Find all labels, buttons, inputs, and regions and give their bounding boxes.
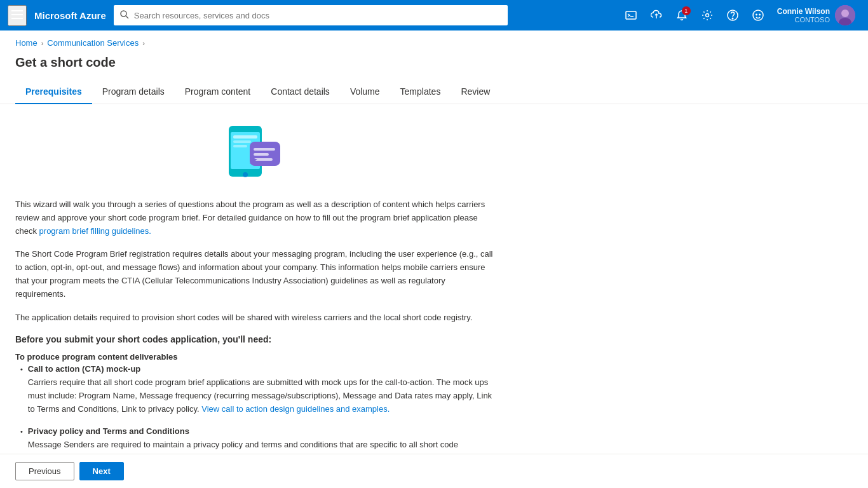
breadcrumb: Home › Communication Services › bbox=[0, 30, 868, 53]
tab-program-content[interactable]: Program content bbox=[175, 80, 261, 104]
intro-paragraph-1: This wizard will walk you through a seri… bbox=[15, 198, 493, 238]
tab-contact-details[interactable]: Contact details bbox=[261, 80, 340, 104]
svg-point-3 bbox=[121, 11, 126, 17]
azure-logo: Microsoft Azure bbox=[34, 10, 106, 21]
breadcrumb-separator-2: › bbox=[142, 39, 145, 47]
next-button[interactable]: Next bbox=[79, 462, 124, 480]
avatar bbox=[835, 5, 855, 25]
bullet-1-title: Call to action (CTA) mock-up bbox=[28, 364, 493, 374]
list-item-cta: • Call to action (CTA) mock-up Carriers … bbox=[20, 364, 493, 416]
notifications-icon-button[interactable]: 1 bbox=[670, 4, 693, 27]
svg-rect-2 bbox=[11, 18, 23, 19]
help-icon-button[interactable] bbox=[721, 4, 744, 27]
svg-point-13 bbox=[759, 14, 760, 15]
bullet-1-desc: Carriers require that all short code pro… bbox=[28, 376, 493, 416]
search-bar[interactable] bbox=[114, 5, 508, 25]
breadcrumb-separator-1: › bbox=[41, 39, 44, 47]
before-submit-heading: Before you submit your short codes appli… bbox=[15, 334, 493, 344]
svg-rect-19 bbox=[233, 135, 257, 139]
nav-icon-group: 1 bbox=[620, 4, 860, 27]
page-title: Get a short code bbox=[0, 53, 868, 80]
program-brief-guidelines-link[interactable]: program brief filling guidelines. bbox=[39, 226, 151, 236]
svg-rect-20 bbox=[233, 140, 251, 143]
breadcrumb-home[interactable]: Home bbox=[15, 38, 37, 48]
tab-prerequisites[interactable]: Prerequisites bbox=[15, 80, 92, 104]
cloud-upload-icon-button[interactable] bbox=[645, 4, 668, 27]
produce-heading: To produce program content deliverables bbox=[15, 352, 493, 362]
svg-line-4 bbox=[126, 16, 128, 18]
user-account[interactable]: Connie Wilson CONTOSO bbox=[772, 5, 860, 25]
previous-button[interactable]: Previous bbox=[15, 462, 74, 480]
notification-badge: 1 bbox=[682, 6, 691, 15]
svg-rect-0 bbox=[11, 10, 23, 11]
tab-review[interactable]: Review bbox=[451, 80, 500, 104]
footer-bar: Previous Next bbox=[0, 454, 868, 488]
feedback-icon-button[interactable] bbox=[747, 4, 770, 27]
cta-guidelines-link[interactable]: View call to action design guidelines an… bbox=[201, 404, 390, 414]
bullet-2-title: Privacy policy and Terms and Conditions bbox=[28, 426, 493, 436]
svg-point-11 bbox=[753, 10, 763, 20]
intro-paragraph-3: The application details required to prov… bbox=[15, 311, 493, 325]
tab-program-details[interactable]: Program details bbox=[92, 80, 175, 104]
illustration bbox=[15, 119, 493, 183]
terminal-icon-button[interactable] bbox=[620, 4, 642, 27]
bullet-dot-1: • bbox=[20, 365, 23, 373]
svg-point-12 bbox=[756, 14, 757, 15]
settings-icon-button[interactable] bbox=[696, 4, 719, 27]
svg-point-8 bbox=[705, 14, 709, 17]
content-area: This wizard will walk you through a seri… bbox=[0, 104, 508, 488]
svg-rect-23 bbox=[254, 148, 275, 151]
intro-paragraph-2: The Short Code Program Brief registratio… bbox=[15, 248, 493, 301]
svg-rect-21 bbox=[233, 145, 247, 147]
svg-rect-24 bbox=[254, 153, 269, 156]
svg-point-10 bbox=[732, 18, 733, 19]
hamburger-menu-button[interactable] bbox=[8, 5, 27, 26]
svg-rect-5 bbox=[626, 11, 636, 19]
user-name: Connie Wilson bbox=[777, 7, 830, 16]
tab-volume[interactable]: Volume bbox=[340, 80, 390, 104]
svg-rect-1 bbox=[11, 14, 23, 15]
bullet-dot-2: • bbox=[20, 428, 23, 435]
search-icon bbox=[120, 10, 129, 21]
top-navigation: Microsoft Azure bbox=[0, 0, 868, 30]
breadcrumb-communication-services[interactable]: Communication Services bbox=[47, 38, 139, 48]
tab-templates[interactable]: Templates bbox=[390, 80, 451, 104]
user-org: CONTOSO bbox=[777, 16, 830, 24]
main-container: Home › Communication Services › Get a sh… bbox=[0, 30, 868, 488]
svg-point-27 bbox=[243, 172, 248, 177]
svg-point-15 bbox=[841, 10, 849, 17]
tab-bar: Prerequisites Program details Program co… bbox=[0, 80, 868, 104]
search-input[interactable] bbox=[134, 11, 501, 20]
